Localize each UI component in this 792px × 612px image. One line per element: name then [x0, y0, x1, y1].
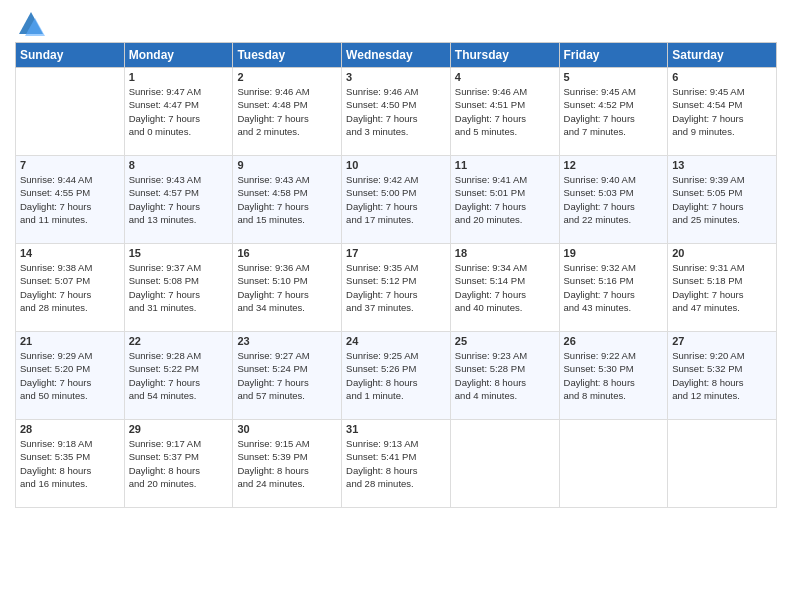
day-info: Sunrise: 9:36 AM Sunset: 5:10 PM Dayligh… [237, 261, 337, 314]
calendar-cell: 14Sunrise: 9:38 AM Sunset: 5:07 PM Dayli… [16, 244, 125, 332]
day-info: Sunrise: 9:43 AM Sunset: 4:58 PM Dayligh… [237, 173, 337, 226]
calendar-week-2: 14Sunrise: 9:38 AM Sunset: 5:07 PM Dayli… [16, 244, 777, 332]
day-number: 22 [129, 335, 229, 347]
calendar-week-0: 1Sunrise: 9:47 AM Sunset: 4:47 PM Daylig… [16, 68, 777, 156]
day-info: Sunrise: 9:47 AM Sunset: 4:47 PM Dayligh… [129, 85, 229, 138]
calendar-cell: 23Sunrise: 9:27 AM Sunset: 5:24 PM Dayli… [233, 332, 342, 420]
logo-icon [17, 10, 45, 38]
day-info: Sunrise: 9:38 AM Sunset: 5:07 PM Dayligh… [20, 261, 120, 314]
calendar-cell: 4Sunrise: 9:46 AM Sunset: 4:51 PM Daylig… [450, 68, 559, 156]
day-info: Sunrise: 9:46 AM Sunset: 4:50 PM Dayligh… [346, 85, 446, 138]
weekday-header-saturday: Saturday [668, 43, 777, 68]
weekday-header-thursday: Thursday [450, 43, 559, 68]
weekday-header-tuesday: Tuesday [233, 43, 342, 68]
day-info: Sunrise: 9:17 AM Sunset: 5:37 PM Dayligh… [129, 437, 229, 490]
calendar-cell: 30Sunrise: 9:15 AM Sunset: 5:39 PM Dayli… [233, 420, 342, 508]
day-number: 19 [564, 247, 664, 259]
day-info: Sunrise: 9:22 AM Sunset: 5:30 PM Dayligh… [564, 349, 664, 402]
calendar-cell: 2Sunrise: 9:46 AM Sunset: 4:48 PM Daylig… [233, 68, 342, 156]
day-number: 21 [20, 335, 120, 347]
day-info: Sunrise: 9:28 AM Sunset: 5:22 PM Dayligh… [129, 349, 229, 402]
calendar-cell: 3Sunrise: 9:46 AM Sunset: 4:50 PM Daylig… [342, 68, 451, 156]
day-number: 16 [237, 247, 337, 259]
day-number: 12 [564, 159, 664, 171]
day-number: 23 [237, 335, 337, 347]
day-info: Sunrise: 9:25 AM Sunset: 5:26 PM Dayligh… [346, 349, 446, 402]
calendar-cell [16, 68, 125, 156]
day-info: Sunrise: 9:32 AM Sunset: 5:16 PM Dayligh… [564, 261, 664, 314]
day-number: 4 [455, 71, 555, 83]
day-number: 14 [20, 247, 120, 259]
calendar-table: SundayMondayTuesdayWednesdayThursdayFrid… [15, 42, 777, 508]
day-number: 18 [455, 247, 555, 259]
day-info: Sunrise: 9:13 AM Sunset: 5:41 PM Dayligh… [346, 437, 446, 490]
calendar-week-1: 7Sunrise: 9:44 AM Sunset: 4:55 PM Daylig… [16, 156, 777, 244]
day-info: Sunrise: 9:41 AM Sunset: 5:01 PM Dayligh… [455, 173, 555, 226]
day-number: 7 [20, 159, 120, 171]
calendar-cell: 1Sunrise: 9:47 AM Sunset: 4:47 PM Daylig… [124, 68, 233, 156]
day-number: 28 [20, 423, 120, 435]
calendar-cell: 26Sunrise: 9:22 AM Sunset: 5:30 PM Dayli… [559, 332, 668, 420]
calendar-cell: 16Sunrise: 9:36 AM Sunset: 5:10 PM Dayli… [233, 244, 342, 332]
day-number: 11 [455, 159, 555, 171]
calendar-cell: 21Sunrise: 9:29 AM Sunset: 5:20 PM Dayli… [16, 332, 125, 420]
calendar-cell: 7Sunrise: 9:44 AM Sunset: 4:55 PM Daylig… [16, 156, 125, 244]
calendar-cell: 22Sunrise: 9:28 AM Sunset: 5:22 PM Dayli… [124, 332, 233, 420]
weekday-header-sunday: Sunday [16, 43, 125, 68]
calendar-cell: 15Sunrise: 9:37 AM Sunset: 5:08 PM Dayli… [124, 244, 233, 332]
day-info: Sunrise: 9:29 AM Sunset: 5:20 PM Dayligh… [20, 349, 120, 402]
calendar-cell: 13Sunrise: 9:39 AM Sunset: 5:05 PM Dayli… [668, 156, 777, 244]
calendar-cell [450, 420, 559, 508]
day-number: 27 [672, 335, 772, 347]
day-number: 20 [672, 247, 772, 259]
header [15, 10, 777, 34]
day-info: Sunrise: 9:31 AM Sunset: 5:18 PM Dayligh… [672, 261, 772, 314]
day-number: 8 [129, 159, 229, 171]
day-info: Sunrise: 9:27 AM Sunset: 5:24 PM Dayligh… [237, 349, 337, 402]
day-number: 13 [672, 159, 772, 171]
day-info: Sunrise: 9:35 AM Sunset: 5:12 PM Dayligh… [346, 261, 446, 314]
calendar-cell: 18Sunrise: 9:34 AM Sunset: 5:14 PM Dayli… [450, 244, 559, 332]
day-info: Sunrise: 9:20 AM Sunset: 5:32 PM Dayligh… [672, 349, 772, 402]
calendar-cell: 20Sunrise: 9:31 AM Sunset: 5:18 PM Dayli… [668, 244, 777, 332]
calendar-cell: 29Sunrise: 9:17 AM Sunset: 5:37 PM Dayli… [124, 420, 233, 508]
calendar-cell: 24Sunrise: 9:25 AM Sunset: 5:26 PM Dayli… [342, 332, 451, 420]
day-number: 10 [346, 159, 446, 171]
calendar-cell: 17Sunrise: 9:35 AM Sunset: 5:12 PM Dayli… [342, 244, 451, 332]
day-number: 15 [129, 247, 229, 259]
day-number: 2 [237, 71, 337, 83]
day-info: Sunrise: 9:23 AM Sunset: 5:28 PM Dayligh… [455, 349, 555, 402]
weekday-header-monday: Monday [124, 43, 233, 68]
logo [15, 10, 45, 34]
calendar-cell: 6Sunrise: 9:45 AM Sunset: 4:54 PM Daylig… [668, 68, 777, 156]
calendar-cell: 25Sunrise: 9:23 AM Sunset: 5:28 PM Dayli… [450, 332, 559, 420]
calendar-cell: 31Sunrise: 9:13 AM Sunset: 5:41 PM Dayli… [342, 420, 451, 508]
day-info: Sunrise: 9:37 AM Sunset: 5:08 PM Dayligh… [129, 261, 229, 314]
calendar-cell: 19Sunrise: 9:32 AM Sunset: 5:16 PM Dayli… [559, 244, 668, 332]
day-info: Sunrise: 9:18 AM Sunset: 5:35 PM Dayligh… [20, 437, 120, 490]
day-info: Sunrise: 9:46 AM Sunset: 4:48 PM Dayligh… [237, 85, 337, 138]
calendar-cell: 5Sunrise: 9:45 AM Sunset: 4:52 PM Daylig… [559, 68, 668, 156]
day-number: 31 [346, 423, 446, 435]
calendar-cell: 12Sunrise: 9:40 AM Sunset: 5:03 PM Dayli… [559, 156, 668, 244]
calendar-cell: 8Sunrise: 9:43 AM Sunset: 4:57 PM Daylig… [124, 156, 233, 244]
calendar-cell [559, 420, 668, 508]
day-number: 9 [237, 159, 337, 171]
calendar-cell: 11Sunrise: 9:41 AM Sunset: 5:01 PM Dayli… [450, 156, 559, 244]
day-number: 1 [129, 71, 229, 83]
calendar-week-4: 28Sunrise: 9:18 AM Sunset: 5:35 PM Dayli… [16, 420, 777, 508]
day-number: 30 [237, 423, 337, 435]
day-info: Sunrise: 9:45 AM Sunset: 4:54 PM Dayligh… [672, 85, 772, 138]
weekday-header-row: SundayMondayTuesdayWednesdayThursdayFrid… [16, 43, 777, 68]
calendar-cell: 27Sunrise: 9:20 AM Sunset: 5:32 PM Dayli… [668, 332, 777, 420]
calendar-week-3: 21Sunrise: 9:29 AM Sunset: 5:20 PM Dayli… [16, 332, 777, 420]
day-info: Sunrise: 9:44 AM Sunset: 4:55 PM Dayligh… [20, 173, 120, 226]
calendar-cell: 10Sunrise: 9:42 AM Sunset: 5:00 PM Dayli… [342, 156, 451, 244]
day-info: Sunrise: 9:45 AM Sunset: 4:52 PM Dayligh… [564, 85, 664, 138]
day-info: Sunrise: 9:39 AM Sunset: 5:05 PM Dayligh… [672, 173, 772, 226]
calendar-cell: 28Sunrise: 9:18 AM Sunset: 5:35 PM Dayli… [16, 420, 125, 508]
day-info: Sunrise: 9:43 AM Sunset: 4:57 PM Dayligh… [129, 173, 229, 226]
weekday-header-friday: Friday [559, 43, 668, 68]
page-container: SundayMondayTuesdayWednesdayThursdayFrid… [0, 0, 792, 518]
day-number: 6 [672, 71, 772, 83]
